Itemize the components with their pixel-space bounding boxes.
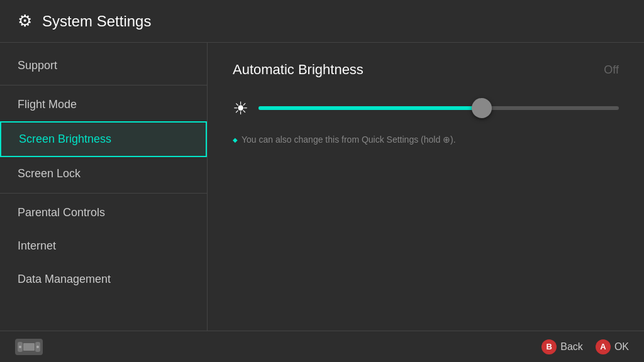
- footer: B Back A OK: [0, 331, 644, 362]
- sidebar: Support Flight Mode Screen Brightness Sc…: [0, 43, 208, 331]
- slider-thumb[interactable]: [472, 98, 492, 118]
- sidebar-item-screen-lock[interactable]: Screen Lock: [0, 157, 207, 190]
- svg-point-5: [36, 346, 39, 348]
- auto-brightness-status: Off: [604, 63, 619, 77]
- sidebar-divider-1: [0, 85, 207, 85]
- sidebar-divider-2: [0, 193, 207, 194]
- svg-point-4: [19, 346, 21, 348]
- hint-row: ◆ You can also change this from Quick Se…: [233, 134, 619, 145]
- header: ⚙ System Settings: [0, 0, 644, 43]
- sidebar-item-data-management[interactable]: Data Management: [0, 263, 207, 296]
- ok-label: OK: [614, 341, 629, 353]
- slider-fill: [258, 106, 482, 110]
- sun-icon: ☀: [233, 98, 248, 119]
- sidebar-item-flight-mode[interactable]: Flight Mode: [0, 88, 207, 121]
- hint-diamond-icon: ◆: [233, 136, 238, 143]
- sidebar-item-internet[interactable]: Internet: [0, 229, 207, 263]
- hint-text: You can also change this from Quick Sett…: [242, 134, 456, 145]
- back-button[interactable]: B Back: [541, 339, 583, 354]
- footer-buttons: B Back A OK: [541, 339, 629, 354]
- settings-icon: ⚙: [18, 11, 32, 31]
- svg-rect-3: [23, 343, 35, 351]
- b-button-icon: B: [541, 339, 557, 354]
- sidebar-item-parental-controls[interactable]: Parental Controls: [0, 196, 207, 229]
- ok-button[interactable]: A OK: [596, 339, 629, 354]
- content-area: Automatic Brightness Off ☀ ◆ You can als…: [208, 43, 644, 331]
- back-label: Back: [560, 341, 583, 353]
- main-layout: Support Flight Mode Screen Brightness Sc…: [0, 43, 644, 331]
- sidebar-item-support[interactable]: Support: [0, 49, 207, 82]
- brightness-slider-row: ☀: [233, 97, 619, 119]
- a-button-icon: A: [596, 339, 611, 354]
- auto-brightness-label: Automatic Brightness: [233, 62, 364, 78]
- auto-brightness-section: Automatic Brightness Off: [233, 62, 619, 78]
- footer-switch-icon: [15, 339, 43, 355]
- sidebar-item-screen-brightness[interactable]: Screen Brightness: [0, 121, 207, 157]
- slider-track: [258, 106, 619, 110]
- switch-device-icon: [15, 339, 43, 355]
- page-title: System Settings: [42, 13, 151, 30]
- brightness-slider[interactable]: [258, 97, 619, 119]
